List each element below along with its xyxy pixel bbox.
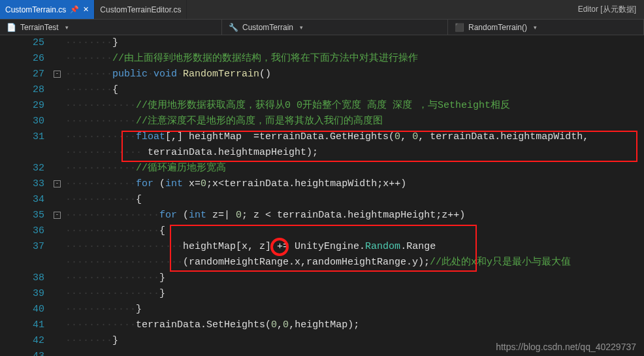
close-icon[interactable]: ✕ [83, 5, 89, 14]
method-icon: ⬛ [455, 23, 464, 32]
fold-toggle[interactable]: - [54, 212, 61, 219]
code-content[interactable]: ········} ········//由上面得到地形数据的数据结构，我们将在下… [65, 35, 644, 356]
line-number: 25 [0, 35, 44, 51]
line-number: 26 [0, 51, 44, 67]
tab-bar: CustomTerrain.cs 📌 ✕ CustomTerrainEditor… [0, 0, 644, 20]
fold-column: --- [52, 35, 65, 356]
line-number: 30 [0, 114, 44, 129]
breadcrumb-label: CustomTerrain [242, 23, 293, 32]
editor-mode-label: Editor [从元数据] [570, 0, 644, 19]
line-number: 31 [0, 129, 44, 145]
breadcrumb-method[interactable]: ⬛ RandomTerrain() ▾ [448, 20, 644, 35]
chevron-down-icon: ▾ [65, 24, 69, 31]
line-number: 41 [0, 317, 44, 333]
line-number: 35 [0, 208, 44, 223]
line-number: 40 [0, 302, 44, 317]
breadcrumb-label: TerrainTest [20, 23, 59, 32]
breadcrumb-namespace[interactable]: 📄 TerrainTest ▾ [0, 20, 222, 35]
line-number: 38 [0, 270, 44, 286]
breadcrumb-label: RandomTerrain() [468, 23, 527, 32]
breadcrumb-class[interactable]: 🔧 CustomTerrain ▾ [222, 20, 448, 35]
line-number: 37 [0, 239, 44, 255]
tab-label: CustomTerrain.cs [5, 5, 66, 14]
line-number: 32 [0, 161, 44, 176]
file-tab-active[interactable]: CustomTerrain.cs 📌 ✕ [0, 0, 95, 19]
pin-icon[interactable]: 📌 [70, 5, 79, 14]
file-tab[interactable]: CustomTerrainEditor.cs [95, 0, 187, 19]
chevron-down-icon: ▾ [300, 24, 303, 31]
class-icon: 🔧 [229, 23, 238, 32]
line-number: 36 [0, 223, 44, 239]
fold-toggle[interactable]: - [54, 71, 61, 78]
line-number: 29 [0, 98, 44, 114]
line-number: 34 [0, 192, 44, 208]
line-number: 39 [0, 286, 44, 302]
line-number: 42 [0, 333, 44, 349]
line-number: 28 [0, 82, 44, 98]
breadcrumb: 📄 TerrainTest ▾ 🔧 CustomTerrain ▾ ⬛ Rand… [0, 20, 644, 35]
line-number: 43 [0, 349, 44, 356]
tab-label: CustomTerrainEditor.cs [100, 5, 181, 14]
code-editor[interactable]: 25262728293031323334353637383940414243 -… [0, 35, 644, 356]
line-number-gutter: 25262728293031323334353637383940414243 [0, 35, 52, 356]
chevron-down-icon: ▾ [534, 24, 537, 31]
line-number: 33 [0, 176, 44, 192]
line-number: 27 [0, 67, 44, 82]
namespace-icon: 📄 [7, 23, 16, 32]
fold-toggle[interactable]: - [54, 180, 61, 187]
